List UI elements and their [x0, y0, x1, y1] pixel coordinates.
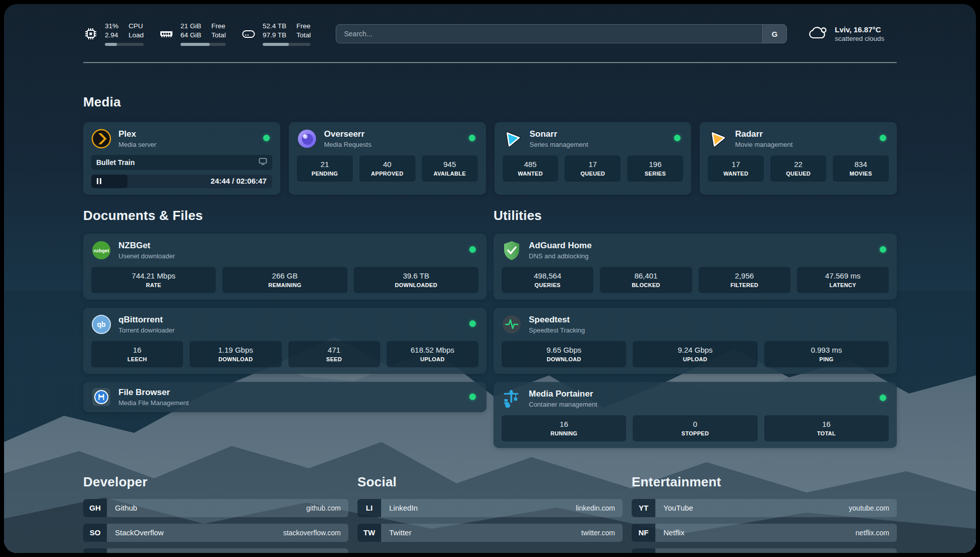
weather-condition: scattered clouds: [835, 35, 884, 42]
github-abbr: GH: [83, 499, 107, 517]
portainer-card[interactable]: Media Portainer Container management 16 …: [494, 382, 897, 448]
bookmark-stackoverflow[interactable]: SO StackOverflow stackoverflow.com: [83, 524, 348, 542]
speedtest-card[interactable]: Speedtest Speedtest Tracking 9.65 Gbps D…: [494, 308, 897, 374]
adguard-blocked-tile: 86,401 BLOCKED: [600, 267, 692, 293]
memory-free-value: 21 GiB: [180, 22, 201, 31]
nzbget-icon: nzbget: [91, 240, 111, 260]
adguard-latency-tile: 47.569 ms LATENCY: [797, 267, 889, 293]
weather-widget: Lviv, 16.87°C scattered clouds: [808, 25, 897, 43]
screen-icon: [259, 157, 267, 168]
media-section-title: Media: [83, 94, 897, 110]
filebrowser-name: File Browser: [118, 387, 189, 398]
pause-icon[interactable]: [97, 178, 101, 184]
overseerr-available-tile: 945 AVAILABLE: [422, 155, 478, 182]
bookmark-twitter[interactable]: TW Twitter twitter.com: [357, 524, 623, 542]
bookmark-reddit[interactable]: RE Reddit reddit.com: [632, 548, 897, 553]
media-grid: Plex Media server Bullet Train: [83, 122, 897, 195]
qbittorrent-leech-tile: 16 LEECH: [91, 341, 183, 367]
stackoverflow-abbr: SO: [83, 524, 107, 542]
sonarr-wanted-tile: 485 WANTED: [503, 155, 559, 182]
plex-subtitle: Media server: [118, 141, 156, 148]
filebrowser-card[interactable]: File Browser Media File Management: [83, 382, 486, 412]
qbittorrent-upload-tile: 618.52 Mbps UPLOAD: [387, 341, 478, 367]
adguard-card[interactable]: AdGuard Home DNS and adblocking 498,564 …: [494, 234, 897, 300]
twitter-abbr: TW: [357, 524, 381, 542]
plex-now-playing-title: Bullet Train: [96, 158, 259, 166]
netflix-abbr: NF: [632, 524, 655, 542]
plex-card[interactable]: Plex Media server Bullet Train: [83, 122, 280, 195]
speedtest-name: Speedtest: [529, 315, 585, 325]
search-engine-button[interactable]: G: [762, 25, 786, 43]
nzbget-name: NZBGet: [118, 241, 175, 251]
bookmark-netflix[interactable]: NF Netflix netflix.com: [632, 524, 897, 542]
adguard-icon: [502, 240, 522, 260]
plex-now-playing-row: Bullet Train: [91, 155, 272, 170]
weather-location-temp: Lviv, 16.87°C: [835, 25, 884, 34]
overseerr-name: Overseerr: [324, 129, 372, 139]
adguard-name: AdGuard Home: [529, 241, 592, 251]
nzbget-card[interactable]: nzbget NZBGet Usenet downloader 744.: [83, 234, 486, 300]
qbittorrent-download-tile: 1.19 Gbps DOWNLOAD: [190, 341, 281, 367]
disk-label-1: Free: [296, 22, 311, 31]
sonarr-series-tile: 196 SERIES: [627, 155, 683, 182]
memory-progress-bar: [180, 43, 226, 46]
speedtest-subtitle: Speedtest Tracking: [529, 326, 585, 334]
sonarr-card[interactable]: Sonarr Series management 485 WANTED 17 Q…: [495, 122, 692, 195]
header-divider: [83, 62, 897, 63]
cpu-percent: 31%: [105, 22, 118, 31]
overseerr-pending-tile: 21 PENDING: [297, 155, 353, 182]
adguard-filtered-tile: 2,956 FILTERED: [699, 267, 790, 293]
filebrowser-status-dot: [469, 394, 476, 400]
sonarr-icon: [503, 129, 523, 149]
portainer-total-tile: 16 TOTAL: [764, 415, 889, 441]
radarr-queued-tile: 22 QUEUED: [770, 155, 826, 182]
reddit-abbr: RE: [632, 548, 655, 553]
developer-section: Developer GH Github github.com SO StackO…: [83, 474, 348, 553]
qbittorrent-icon: qb: [91, 314, 111, 335]
speedtest-ping-tile: 0.993 ms PING: [764, 341, 889, 367]
cpu-label-2: Load: [129, 31, 144, 40]
plex-playback-time: 24:44 / 02:06:47: [211, 177, 267, 185]
disk-progress-bar: [263, 43, 311, 46]
nzbget-rate-tile: 744.21 Mbps RATE: [91, 267, 216, 293]
cpu-progress-bar: [105, 43, 144, 46]
disk-stat: 52.4 TB 97.9 TB Free Total: [241, 22, 311, 46]
radarr-movies-tile: 834 MOVIES: [833, 155, 889, 182]
bookmark-youtube[interactable]: YT YouTube youtube.com: [632, 499, 897, 517]
nzbget-status-dot: [469, 246, 476, 253]
sonarr-subtitle: Series management: [530, 141, 588, 148]
overseerr-card[interactable]: Overseerr Media Requests 21 PENDING 40 A…: [289, 122, 486, 195]
memory-total-value: 64 GiB: [180, 31, 201, 40]
adguard-status-dot: [880, 246, 886, 253]
portainer-running-tile: 16 RUNNING: [502, 415, 626, 441]
disk-icon: [241, 26, 256, 41]
entertainment-section-title: Entertainment: [632, 474, 897, 490]
portainer-stopped-tile: 0 STOPPED: [633, 415, 757, 441]
utilities-section-title: Utilities: [494, 208, 897, 224]
sonarr-name: Sonarr: [530, 129, 588, 139]
svg-text:nzbget: nzbget: [94, 248, 109, 253]
qbittorrent-status-dot: [469, 320, 476, 327]
speedtest-download-tile: 9.65 Gbps DOWNLOAD: [502, 341, 626, 367]
portainer-status-dot: [880, 395, 886, 401]
plex-player-bar[interactable]: 24:44 / 02:06:47: [91, 175, 272, 188]
social-section: Social LI LinkedIn linkedin.com TW Twitt…: [357, 474, 623, 553]
qbittorrent-name: qBittorrent: [118, 315, 174, 325]
bookmark-linkedin[interactable]: LI LinkedIn linkedin.com: [357, 499, 623, 517]
search-input[interactable]: [336, 24, 787, 43]
bookmark-dev[interactable]: DT DEV dev.to: [83, 548, 348, 553]
dev-abbr: DT: [83, 548, 107, 553]
qbittorrent-seed-tile: 471 SEED: [288, 341, 380, 367]
radarr-icon: [708, 129, 728, 149]
svg-text:qb: qb: [97, 320, 105, 328]
qbittorrent-card[interactable]: qb qBittorrent Torrent downloader 16: [83, 308, 486, 374]
radarr-card[interactable]: Radarr Movie management 17 WANTED 22 QUE…: [700, 122, 897, 195]
bookmark-github[interactable]: GH Github github.com: [83, 499, 348, 517]
cpu-load-value: 2.94: [105, 31, 118, 40]
radarr-status-dot: [880, 135, 886, 141]
dashboard-window: 31% 2.94 CPU Load: [4, 4, 976, 553]
nzbget-remaining-tile: 266 GB REMAINING: [222, 267, 347, 293]
radarr-subtitle: Movie management: [735, 141, 792, 148]
speedtest-icon: [502, 314, 522, 335]
plex-icon: [91, 129, 111, 149]
